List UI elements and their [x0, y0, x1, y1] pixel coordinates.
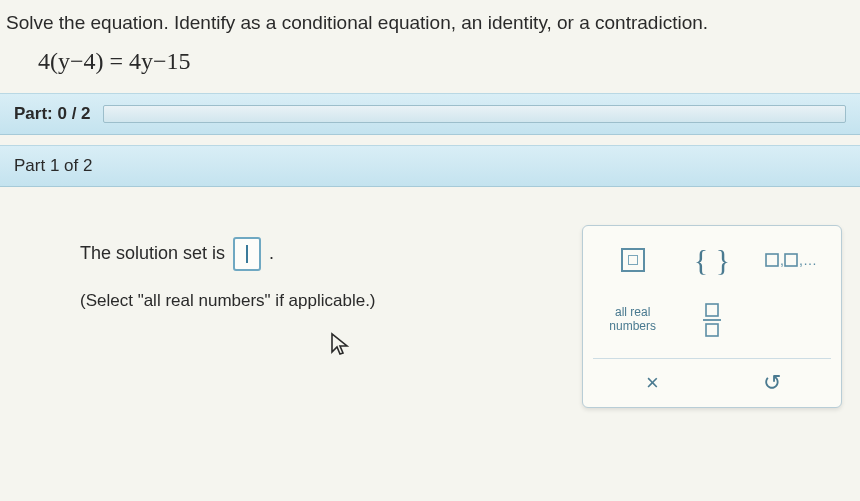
undo-icon: ↺ [763, 370, 781, 396]
undo-button[interactable]: ↺ [737, 365, 807, 401]
close-icon: × [646, 370, 659, 396]
fraction-button[interactable] [677, 298, 747, 342]
svg-text:,: , [780, 252, 784, 268]
part-header-band: Part 1 of 2 [0, 145, 860, 187]
interval-button[interactable] [598, 238, 668, 282]
fraction-icon [702, 303, 722, 337]
sequence-icon: , ,… [765, 251, 817, 269]
braces-icon: { } [694, 243, 730, 277]
svg-rect-2 [785, 254, 797, 266]
progress-band: Part: 0 / 2 [0, 93, 860, 135]
interval-icon [621, 248, 645, 272]
braces-button[interactable]: { } [677, 238, 747, 282]
keypad-spacer [756, 298, 826, 342]
work-area: The solution set is . (Select "all real … [0, 187, 860, 467]
clear-button[interactable]: × [618, 365, 688, 401]
svg-rect-4 [706, 304, 718, 316]
progress-bar [103, 105, 846, 123]
cursor-icon [330, 332, 350, 362]
svg-rect-0 [766, 254, 778, 266]
symbol-keypad: { } , ,… all real numbers [582, 225, 842, 408]
all-real-label: all real numbers [598, 306, 668, 332]
all-real-numbers-button[interactable]: all real numbers [598, 298, 668, 342]
equation-text: 4(y−4) = 4y−15 [0, 42, 860, 93]
solution-suffix: . [269, 243, 274, 264]
svg-rect-6 [706, 324, 718, 336]
sequence-button[interactable]: , ,… [756, 238, 826, 282]
solution-prefix: The solution set is [80, 243, 225, 264]
svg-text:,…: ,… [799, 252, 817, 268]
progress-label: Part: 0 / 2 [14, 104, 91, 124]
answer-input[interactable] [233, 237, 261, 271]
part-header-label: Part 1 of 2 [14, 156, 92, 175]
question-prompt: Solve the equation. Identify as a condit… [0, 0, 860, 42]
